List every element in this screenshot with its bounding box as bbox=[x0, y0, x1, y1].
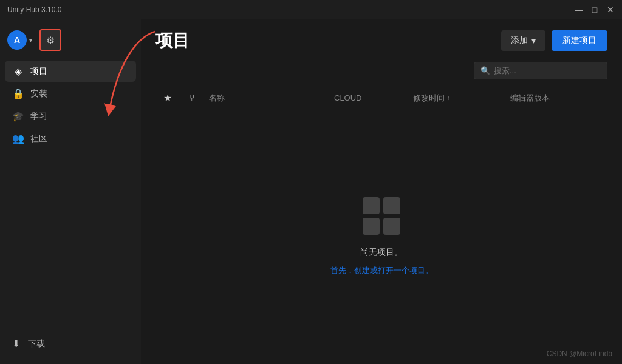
empty-title: 尚无项目。 bbox=[360, 247, 403, 258]
empty-icon-block-4 bbox=[383, 218, 400, 235]
community-icon: 👥 bbox=[12, 133, 24, 144]
col-header-editor: 编辑器版本 bbox=[510, 93, 607, 104]
empty-icon-block-2 bbox=[383, 197, 400, 214]
window-controls: — □ ✕ bbox=[575, 5, 615, 14]
add-chevron-icon: ▾ bbox=[531, 36, 536, 46]
chevron-down-icon: ▾ bbox=[29, 37, 32, 44]
branch-icon: ⑂ bbox=[189, 93, 195, 103]
sidebar-item-installs[interactable]: 🔒 安装 bbox=[5, 83, 136, 104]
minimize-button[interactable]: — bbox=[575, 5, 583, 14]
settings-button[interactable]: ⚙ bbox=[39, 29, 61, 51]
user-avatar-wrapper[interactable]: A ▾ bbox=[7, 30, 32, 50]
search-row: 🔍 bbox=[141, 62, 622, 87]
empty-icon-block-1 bbox=[363, 197, 380, 214]
maximize-button[interactable]: □ bbox=[590, 5, 599, 14]
search-icon: 🔍 bbox=[480, 66, 490, 75]
download-label: 下载 bbox=[28, 339, 45, 349]
app-title: Unity Hub 3.10.0 bbox=[7, 5, 61, 14]
star-icon: ★ bbox=[163, 93, 172, 103]
col-header-branch: ⑂ bbox=[180, 93, 204, 104]
empty-state: 尚无项目。 首先，创建或打开一个项目。 bbox=[141, 109, 622, 364]
sidebar: A ▾ ⚙ ◈ 项目 🔒 安装 🎓 学习 👥 社区 bbox=[0, 19, 141, 364]
titlebar: Unity Hub 3.10.0 — □ ✕ bbox=[0, 0, 622, 19]
sort-arrow-icon: ↑ bbox=[447, 95, 450, 101]
sidebar-item-projects[interactable]: ◈ 项目 bbox=[5, 61, 136, 82]
col-header-cloud: CLOUD bbox=[334, 93, 413, 103]
sidebar-item-label-community: 社区 bbox=[30, 133, 47, 144]
page-title: 项目 bbox=[156, 29, 190, 52]
sidebar-item-label-projects: 项目 bbox=[30, 66, 47, 77]
table-header: ★ ⑂ 名称 CLOUD 修改时间 ↑ 编辑器版本 bbox=[156, 87, 607, 109]
watermark: CSDN @MicroLindb bbox=[547, 349, 612, 358]
sidebar-bottom: ⬇ 下载 bbox=[0, 328, 141, 359]
app-layout: A ▾ ⚙ ◈ 项目 🔒 安装 🎓 学习 👥 社区 bbox=[0, 19, 622, 364]
gear-icon: ⚙ bbox=[46, 35, 55, 46]
download-icon: ⬇ bbox=[10, 338, 22, 349]
sidebar-item-label-installs: 安装 bbox=[30, 89, 47, 99]
header-actions: 添加 ▾ 新建项目 bbox=[501, 30, 607, 51]
empty-subtitle[interactable]: 首先，创建或打开一个项目。 bbox=[330, 265, 433, 276]
sidebar-item-label-learn: 学习 bbox=[30, 111, 47, 122]
sidebar-item-community[interactable]: 👥 社区 bbox=[5, 128, 136, 149]
add-label: 添加 bbox=[511, 35, 528, 46]
projects-icon: ◈ bbox=[12, 66, 24, 77]
col-header-name: 名称 bbox=[204, 93, 334, 104]
col-header-star: ★ bbox=[156, 92, 180, 104]
search-box: 🔍 bbox=[474, 62, 607, 79]
learn-icon: 🎓 bbox=[12, 110, 24, 122]
add-button[interactable]: 添加 ▾ bbox=[501, 30, 545, 51]
empty-state-icon bbox=[363, 197, 400, 235]
empty-icon-block-3 bbox=[363, 218, 380, 235]
sidebar-nav: ◈ 项目 🔒 安装 🎓 学习 👥 社区 bbox=[0, 58, 141, 328]
avatar: A bbox=[7, 30, 27, 50]
sidebar-item-learn[interactable]: 🎓 学习 bbox=[5, 106, 136, 127]
main-content: 项目 添加 ▾ 新建项目 🔍 ★ ⑂ 名称 bbox=[141, 19, 622, 364]
main-header: 项目 添加 ▾ 新建项目 bbox=[141, 19, 622, 62]
search-input[interactable] bbox=[494, 66, 601, 75]
download-item[interactable]: ⬇ 下载 bbox=[10, 333, 131, 354]
close-button[interactable]: ✕ bbox=[606, 5, 615, 14]
sidebar-top: A ▾ ⚙ bbox=[0, 24, 141, 58]
col-header-modified[interactable]: 修改时间 ↑ bbox=[413, 93, 510, 104]
lock-icon: 🔒 bbox=[12, 88, 24, 99]
new-project-button[interactable]: 新建项目 bbox=[552, 30, 607, 51]
